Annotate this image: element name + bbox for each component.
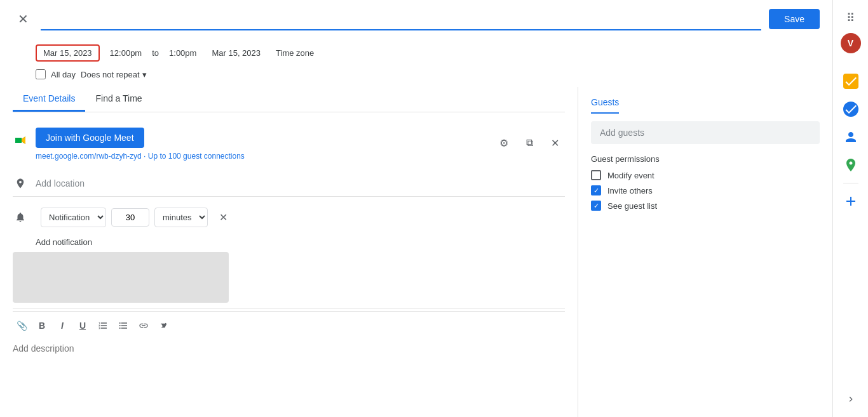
close-button[interactable]: ✕ bbox=[13, 9, 33, 29]
save-button[interactable]: Save bbox=[769, 9, 820, 29]
tab-event-details[interactable]: Event Details bbox=[13, 87, 85, 112]
meet-copy-button[interactable]: ⧉ bbox=[519, 133, 539, 153]
location-icon bbox=[13, 176, 28, 191]
to-label: to bbox=[152, 48, 159, 58]
modify-event-checkbox[interactable] bbox=[591, 170, 601, 180]
notification-unit-select[interactable]: minutes bbox=[154, 208, 208, 227]
notification-icon bbox=[13, 209, 28, 225]
notification-row: Notification 30 minutes ✕ bbox=[13, 202, 565, 232]
person-icon[interactable] bbox=[838, 124, 864, 150]
notification-type-select[interactable]: Notification bbox=[41, 208, 106, 227]
invite-others-label: Invite others bbox=[607, 186, 653, 195]
see-guest-list-checkbox[interactable]: ✓ bbox=[591, 201, 601, 211]
add-notification-button[interactable]: Add notification bbox=[13, 232, 565, 252]
underline-button[interactable]: U bbox=[74, 317, 92, 334]
svg-point-3 bbox=[843, 102, 858, 117]
map-icon[interactable] bbox=[838, 152, 864, 178]
tab-find-time[interactable]: Find a Time bbox=[85, 87, 152, 112]
ordered-list-button[interactable] bbox=[94, 317, 112, 334]
meet-close-button[interactable]: ✕ bbox=[545, 133, 565, 153]
end-date-button[interactable]: Mar 15, 2023 bbox=[207, 46, 266, 60]
join-meet-button[interactable]: Join with Google Meet bbox=[36, 128, 144, 148]
meet-icon bbox=[13, 133, 28, 148]
repeat-label: Does not repeat bbox=[81, 70, 140, 79]
location-input[interactable] bbox=[36, 178, 565, 189]
add-icon[interactable] bbox=[838, 189, 864, 214]
end-time-button[interactable]: 1:00pm bbox=[164, 46, 201, 60]
description-input[interactable] bbox=[13, 340, 565, 357]
notification-value-input[interactable]: 30 bbox=[111, 208, 149, 227]
all-day-checkbox[interactable] bbox=[36, 69, 46, 79]
timezone-button[interactable]: Time zone bbox=[271, 46, 319, 60]
clear-format-button[interactable] bbox=[155, 317, 173, 334]
meet-actions: ⚙ ⧉ ✕ bbox=[494, 128, 565, 153]
permission-modify-event: Modify event bbox=[591, 170, 820, 180]
guest-permissions-title: Guest permissions bbox=[591, 154, 820, 164]
grid-icon[interactable]: ⠿ bbox=[838, 5, 864, 30]
repeat-arrow-icon: ▾ bbox=[142, 70, 147, 79]
svg-rect-1 bbox=[15, 138, 22, 143]
all-day-label[interactable]: All day bbox=[36, 69, 76, 79]
all-day-text: All day bbox=[51, 70, 76, 79]
svg-rect-2 bbox=[843, 74, 858, 89]
guests-panel: Guests Guest permissions Modify event ✓ … bbox=[591, 87, 820, 417]
remove-notification-button[interactable]: ✕ bbox=[213, 207, 233, 227]
check-icon[interactable] bbox=[838, 96, 864, 122]
attach-button[interactable]: 📎 bbox=[13, 317, 31, 334]
far-right-sidebar: ⠿ V bbox=[832, 0, 868, 417]
italic-button[interactable]: I bbox=[53, 317, 71, 334]
meet-link[interactable]: meet.google.com/rwb-dzyh-zyd · Up to 100… bbox=[36, 152, 486, 161]
add-guests-input[interactable] bbox=[591, 121, 820, 144]
task-icon[interactable] bbox=[838, 69, 864, 94]
description-box bbox=[13, 252, 229, 303]
location-row bbox=[13, 171, 565, 197]
unordered-list-button[interactable] bbox=[114, 317, 132, 334]
tabs: Event Details Find a Time bbox=[13, 87, 565, 112]
start-time-button[interactable]: 12:00pm bbox=[105, 46, 147, 60]
invite-others-checkbox[interactable]: ✓ bbox=[591, 185, 601, 195]
panel-divider bbox=[578, 87, 578, 417]
avatar[interactable]: V bbox=[841, 33, 861, 53]
repeat-button[interactable]: Does not repeat ▾ bbox=[81, 70, 147, 79]
see-guest-list-label: See guest list bbox=[607, 201, 657, 211]
permission-see-guest-list: ✓ See guest list bbox=[591, 201, 820, 211]
meet-section: Join with Google Meet meet.google.com/rw… bbox=[13, 122, 565, 171]
event-title-input[interactable] bbox=[41, 8, 761, 30]
bold-button[interactable]: B bbox=[33, 317, 51, 334]
expand-icon[interactable] bbox=[838, 387, 864, 412]
start-date-button[interactable]: Mar 15, 2023 bbox=[36, 44, 100, 62]
meet-settings-button[interactable]: ⚙ bbox=[494, 133, 514, 153]
meet-content: Join with Google Meet meet.google.com/rw… bbox=[36, 128, 486, 161]
modify-event-label: Modify event bbox=[607, 171, 654, 180]
editor-toolbar: 📎 B I U bbox=[13, 311, 565, 340]
sidebar-divider bbox=[843, 183, 858, 183]
permission-invite-others: ✓ Invite others bbox=[591, 185, 820, 195]
guests-title: Guests bbox=[591, 97, 619, 114]
link-button[interactable] bbox=[135, 317, 153, 334]
